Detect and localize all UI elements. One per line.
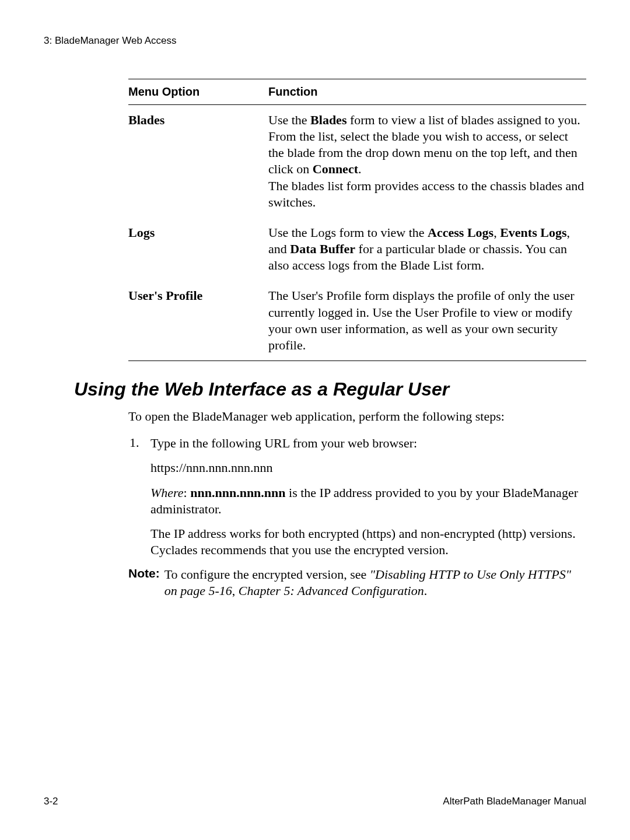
section-body: To open the BladeManager web application… (128, 408, 586, 599)
text: : (184, 485, 191, 500)
step-1: 1. Type in the following URL from your w… (128, 435, 586, 452)
text-bold: Access Logs (428, 225, 494, 240)
note: Note: To configure the encrypted version… (128, 566, 586, 599)
text: Use the Logs form to view the (268, 225, 428, 240)
menu-option-logs: Logs (128, 218, 268, 281)
table-header-menu-option: Menu Option (128, 79, 268, 105)
function-logs: Use the Logs form to view the Access Log… (268, 218, 586, 281)
content-area: Menu Option Function Blades Use the Blad… (128, 79, 586, 361)
step-text: Type in the following URL from your web … (150, 435, 586, 452)
url-line: https://nnn.nnn.nnn.nnn (150, 460, 586, 476)
note-body: To configure the encrypted version, see … (164, 566, 586, 599)
page-number: 3-2 (44, 796, 58, 807)
where-ip: nnn.nnn.nnn.nnn (190, 485, 285, 500)
note-label: Note: (128, 566, 164, 599)
table-header-function: Function (268, 79, 586, 105)
text: , (232, 583, 239, 598)
step-number: 1. (128, 435, 150, 452)
text: . (358, 162, 362, 176)
manual-title: AlterPath BladeManager Manual (443, 796, 586, 807)
text-bold: Connect (313, 162, 358, 176)
text: The blades list form provides access to … (268, 178, 584, 209)
intro-text: To open the BladeManager web application… (128, 408, 586, 425)
text-bold: Data Buffer (290, 242, 355, 256)
text: To configure the encrypted version, see (164, 567, 370, 582)
text: . (424, 583, 428, 598)
where-line: Where: nnn.nnn.nnn.nnn is the IP address… (150, 485, 586, 517)
menu-option-users-profile: User's Profile (128, 281, 268, 360)
page-footer: 3-2 AlterPath BladeManager Manual (44, 796, 586, 807)
note-ref-2: Chapter 5: Advanced Configuration (239, 583, 424, 598)
where-label: Where (150, 485, 184, 500)
section-heading: Using the Web Interface as a Regular Use… (74, 379, 586, 400)
text-bold: Events Logs (500, 225, 566, 240)
table-row: Logs Use the Logs form to view the Acces… (128, 218, 586, 281)
chapter-header: 3: BladeManager Web Access (44, 35, 586, 47)
table-row: User's Profile The User's Profile form d… (128, 281, 586, 360)
text: , (494, 225, 500, 240)
ip-address-text: The IP address works for both encrypted … (150, 526, 586, 558)
function-blades: Use the Blades form to view a list of bl… (268, 105, 586, 218)
menu-option-blades: Blades (128, 105, 268, 218)
text-bold: Blades (310, 113, 346, 127)
function-users-profile: The User's Profile form displays the pro… (268, 281, 586, 360)
text: Use the (268, 113, 310, 127)
table-row: Blades Use the Blades form to view a lis… (128, 105, 586, 218)
menu-option-table: Menu Option Function Blades Use the Blad… (128, 79, 586, 361)
